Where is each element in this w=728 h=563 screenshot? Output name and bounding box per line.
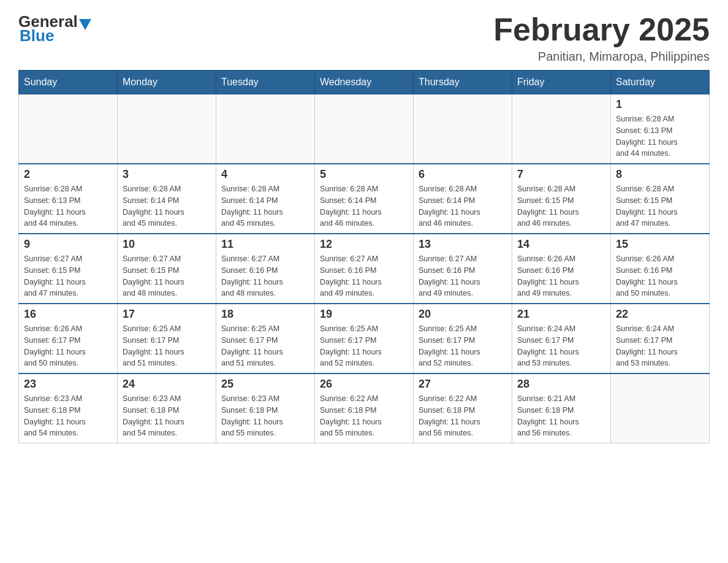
page-header: General Blue February 2025 Panitian, Mim…	[18, 12, 710, 64]
day-info: Sunrise: 6:26 AM Sunset: 6:16 PM Dayligh…	[517, 253, 605, 299]
calendar-cell: 15Sunrise: 6:26 AM Sunset: 6:16 PM Dayli…	[611, 234, 710, 304]
day-info: Sunrise: 6:26 AM Sunset: 6:17 PM Dayligh…	[24, 323, 112, 369]
calendar-cell: 16Sunrise: 6:26 AM Sunset: 6:17 PM Dayli…	[19, 304, 118, 373]
calendar-cell: 7Sunrise: 6:28 AM Sunset: 6:15 PM Daylig…	[512, 164, 611, 234]
calendar-cell: 6Sunrise: 6:28 AM Sunset: 6:14 PM Daylig…	[414, 164, 512, 234]
day-info: Sunrise: 6:28 AM Sunset: 6:14 PM Dayligh…	[320, 183, 408, 229]
day-number: 17	[123, 308, 211, 321]
calendar-cell: 13Sunrise: 6:27 AM Sunset: 6:16 PM Dayli…	[414, 234, 512, 304]
day-number: 13	[419, 238, 507, 251]
calendar-cell: 2Sunrise: 6:28 AM Sunset: 6:13 PM Daylig…	[19, 164, 118, 234]
day-info: Sunrise: 6:22 AM Sunset: 6:18 PM Dayligh…	[419, 393, 507, 439]
day-info: Sunrise: 6:28 AM Sunset: 6:14 PM Dayligh…	[123, 183, 211, 229]
day-info: Sunrise: 6:28 AM Sunset: 6:13 PM Dayligh…	[616, 113, 704, 159]
day-number: 20	[419, 308, 507, 321]
day-number: 9	[24, 238, 112, 251]
calendar-header-saturday: Saturday	[611, 71, 710, 94]
day-number: 11	[221, 238, 309, 251]
day-number: 2	[24, 168, 112, 181]
calendar-header-sunday: Sunday	[19, 71, 118, 94]
day-number: 15	[616, 238, 704, 251]
calendar-header-monday: Monday	[118, 71, 216, 94]
calendar-cell	[611, 373, 710, 443]
day-info: Sunrise: 6:23 AM Sunset: 6:18 PM Dayligh…	[123, 393, 211, 439]
day-info: Sunrise: 6:27 AM Sunset: 6:16 PM Dayligh…	[221, 253, 309, 299]
calendar-cell: 9Sunrise: 6:27 AM Sunset: 6:15 PM Daylig…	[19, 234, 118, 304]
day-info: Sunrise: 6:28 AM Sunset: 6:14 PM Dayligh…	[221, 183, 309, 229]
day-info: Sunrise: 6:28 AM Sunset: 6:15 PM Dayligh…	[616, 183, 704, 229]
day-info: Sunrise: 6:27 AM Sunset: 6:15 PM Dayligh…	[123, 253, 211, 299]
main-title: February 2025	[493, 12, 710, 47]
calendar-cell: 3Sunrise: 6:28 AM Sunset: 6:14 PM Daylig…	[118, 164, 216, 234]
day-number: 4	[221, 168, 309, 181]
day-info: Sunrise: 6:26 AM Sunset: 6:16 PM Dayligh…	[616, 253, 704, 299]
calendar-header-thursday: Thursday	[414, 71, 512, 94]
day-number: 19	[320, 308, 408, 321]
calendar-header-friday: Friday	[512, 71, 611, 94]
day-number: 1	[616, 98, 704, 111]
day-number: 23	[24, 378, 112, 391]
day-number: 25	[221, 378, 309, 391]
day-info: Sunrise: 6:24 AM Sunset: 6:17 PM Dayligh…	[616, 323, 704, 369]
calendar-cell: 8Sunrise: 6:28 AM Sunset: 6:15 PM Daylig…	[611, 164, 710, 234]
calendar-cell: 17Sunrise: 6:25 AM Sunset: 6:17 PM Dayli…	[118, 304, 216, 373]
week-row-2: 2Sunrise: 6:28 AM Sunset: 6:13 PM Daylig…	[19, 164, 710, 234]
day-number: 14	[517, 238, 605, 251]
logo-triangle-icon	[79, 19, 91, 30]
day-number: 28	[517, 378, 605, 391]
calendar-cell: 27Sunrise: 6:22 AM Sunset: 6:18 PM Dayli…	[414, 373, 512, 443]
calendar-cell	[118, 94, 216, 164]
day-info: Sunrise: 6:25 AM Sunset: 6:17 PM Dayligh…	[221, 323, 309, 369]
day-number: 22	[616, 308, 704, 321]
logo: General Blue	[18, 12, 91, 45]
calendar-cell	[19, 94, 118, 164]
day-number: 26	[320, 378, 408, 391]
calendar-cell: 11Sunrise: 6:27 AM Sunset: 6:16 PM Dayli…	[216, 234, 315, 304]
day-number: 8	[616, 168, 704, 181]
day-number: 5	[320, 168, 408, 181]
day-info: Sunrise: 6:27 AM Sunset: 6:16 PM Dayligh…	[320, 253, 408, 299]
calendar-header-row: SundayMondayTuesdayWednesdayThursdayFrid…	[19, 71, 710, 94]
calendar-cell: 20Sunrise: 6:25 AM Sunset: 6:17 PM Dayli…	[414, 304, 512, 373]
calendar-cell: 18Sunrise: 6:25 AM Sunset: 6:17 PM Dayli…	[216, 304, 315, 373]
calendar-cell: 28Sunrise: 6:21 AM Sunset: 6:18 PM Dayli…	[512, 373, 611, 443]
calendar: SundayMondayTuesdayWednesdayThursdayFrid…	[18, 70, 710, 443]
day-number: 16	[24, 308, 112, 321]
day-info: Sunrise: 6:22 AM Sunset: 6:18 PM Dayligh…	[320, 393, 408, 439]
day-info: Sunrise: 6:28 AM Sunset: 6:14 PM Dayligh…	[419, 183, 507, 229]
week-row-1: 1Sunrise: 6:28 AM Sunset: 6:13 PM Daylig…	[19, 94, 710, 164]
day-info: Sunrise: 6:27 AM Sunset: 6:16 PM Dayligh…	[419, 253, 507, 299]
calendar-cell	[512, 94, 611, 164]
day-number: 10	[123, 238, 211, 251]
calendar-cell: 5Sunrise: 6:28 AM Sunset: 6:14 PM Daylig…	[315, 164, 414, 234]
day-info: Sunrise: 6:27 AM Sunset: 6:15 PM Dayligh…	[24, 253, 112, 299]
day-info: Sunrise: 6:23 AM Sunset: 6:18 PM Dayligh…	[221, 393, 309, 439]
day-info: Sunrise: 6:23 AM Sunset: 6:18 PM Dayligh…	[24, 393, 112, 439]
calendar-cell: 1Sunrise: 6:28 AM Sunset: 6:13 PM Daylig…	[611, 94, 710, 164]
calendar-cell: 24Sunrise: 6:23 AM Sunset: 6:18 PM Dayli…	[118, 373, 216, 443]
day-number: 24	[123, 378, 211, 391]
calendar-cell	[216, 94, 315, 164]
day-number: 7	[517, 168, 605, 181]
calendar-cell	[414, 94, 512, 164]
calendar-header-tuesday: Tuesday	[216, 71, 315, 94]
day-info: Sunrise: 6:28 AM Sunset: 6:13 PM Dayligh…	[24, 183, 112, 229]
calendar-cell: 19Sunrise: 6:25 AM Sunset: 6:17 PM Dayli…	[315, 304, 414, 373]
calendar-cell: 10Sunrise: 6:27 AM Sunset: 6:15 PM Dayli…	[118, 234, 216, 304]
day-number: 3	[123, 168, 211, 181]
calendar-cell: 21Sunrise: 6:24 AM Sunset: 6:17 PM Dayli…	[512, 304, 611, 373]
week-row-5: 23Sunrise: 6:23 AM Sunset: 6:18 PM Dayli…	[19, 373, 710, 443]
calendar-cell: 23Sunrise: 6:23 AM Sunset: 6:18 PM Dayli…	[19, 373, 118, 443]
day-number: 21	[517, 308, 605, 321]
calendar-cell: 26Sunrise: 6:22 AM Sunset: 6:18 PM Dayli…	[315, 373, 414, 443]
day-info: Sunrise: 6:25 AM Sunset: 6:17 PM Dayligh…	[123, 323, 211, 369]
week-row-4: 16Sunrise: 6:26 AM Sunset: 6:17 PM Dayli…	[19, 304, 710, 373]
logo-blue-text: Blue	[18, 26, 54, 45]
day-info: Sunrise: 6:25 AM Sunset: 6:17 PM Dayligh…	[419, 323, 507, 369]
day-number: 27	[419, 378, 507, 391]
calendar-cell: 25Sunrise: 6:23 AM Sunset: 6:18 PM Dayli…	[216, 373, 315, 443]
day-info: Sunrise: 6:21 AM Sunset: 6:18 PM Dayligh…	[517, 393, 605, 439]
subtitle: Panitian, Mimaropa, Philippines	[493, 50, 710, 64]
calendar-cell	[315, 94, 414, 164]
calendar-cell: 14Sunrise: 6:26 AM Sunset: 6:16 PM Dayli…	[512, 234, 611, 304]
